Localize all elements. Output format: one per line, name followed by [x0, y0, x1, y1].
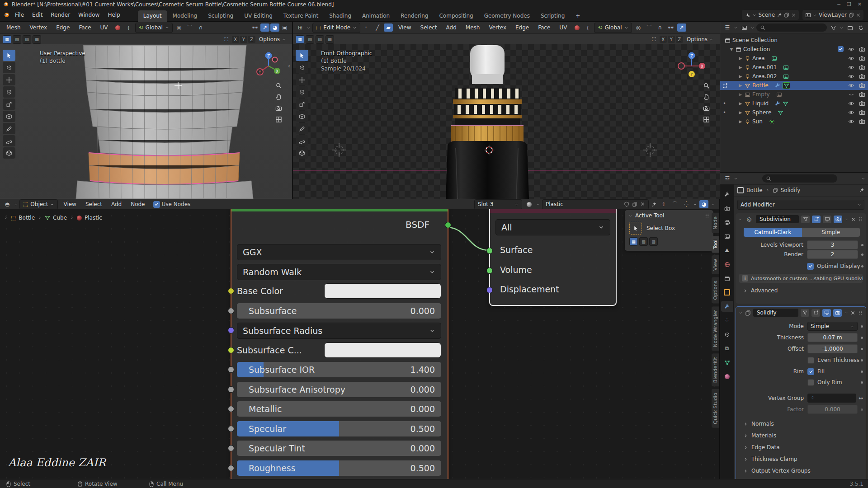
menu-edge[interactable]: Edge: [52, 23, 73, 32]
thickness-field[interactable]: 0.07 m: [807, 333, 858, 342]
transform-orientation-select[interactable]: ⟲Global: [135, 23, 173, 33]
outliner-row-sphere[interactable]: • ▶ Sphere: [720, 108, 868, 117]
collection-row[interactable]: ▼ Collection: [720, 45, 868, 54]
transform-orientation-select[interactable]: ⟲Global: [594, 23, 632, 33]
thickness-clamp-panel-toggle[interactable]: Thickness Clamp: [743, 456, 797, 462]
eye-icon[interactable]: [848, 64, 854, 70]
menu-uv[interactable]: UV: [97, 23, 112, 32]
tab-collection-icon[interactable]: [721, 273, 733, 284]
gizmos-toggle-icon[interactable]: ↗: [260, 23, 269, 32]
outliner-row-liquid[interactable]: • ▶ Liquid: [720, 99, 868, 108]
copy-icon[interactable]: [784, 12, 789, 18]
normals-panel-toggle[interactable]: Normals: [743, 421, 774, 427]
animate-dot[interactable]: [861, 337, 863, 339]
eye-closed-icon[interactable]: [848, 91, 854, 98]
subsurface-row[interactable]: Subsurface0.000: [237, 303, 441, 319]
measure-tool[interactable]: [296, 135, 308, 146]
display-mode-icon[interactable]: ☰: [723, 23, 732, 32]
panel-collapse-chevron[interactable]: [738, 217, 742, 221]
move-tool[interactable]: [296, 74, 308, 85]
displacement-input-socket[interactable]: [486, 287, 493, 293]
pin-icon[interactable]: [777, 12, 782, 18]
show-gizmo-icon[interactable]: 👓: [250, 23, 259, 32]
proportional-edit-icon[interactable]: ⦅: [124, 23, 133, 32]
menu-face[interactable]: Face: [534, 23, 554, 32]
materials-panel-toggle[interactable]: Materials: [743, 432, 776, 439]
subsurface-color-row[interactable]: Subsurface C...: [237, 343, 441, 358]
subsurface-color-socket[interactable]: [228, 347, 234, 353]
extras-chevron[interactable]: [844, 311, 848, 315]
proportional-edit-icon[interactable]: ⦅: [583, 23, 592, 32]
proportional-falloff-icon[interactable]: ∩: [656, 23, 665, 32]
optimal-display-checkbox[interactable]: [807, 263, 814, 270]
mirror-x-button[interactable]: X: [660, 36, 667, 43]
outliner-row-empty[interactable]: ▶ Empty: [720, 90, 868, 99]
edge-select-mode-icon[interactable]: ╱: [373, 23, 382, 32]
add-cube-tool[interactable]: [3, 147, 15, 159]
transform-tool[interactable]: [3, 111, 15, 122]
metallic-socket[interactable]: [228, 406, 234, 412]
subsurface-method-select[interactable]: Random Walk: [237, 264, 441, 280]
tab-material-icon[interactable]: [721, 371, 733, 382]
xray-toggle-icon[interactable]: ▣: [280, 23, 289, 32]
outliner-row-area001[interactable]: ▶ Area.001: [720, 63, 868, 72]
editor-type-icon[interactable]: ⊞: [296, 23, 305, 32]
shading-sphere-icon[interactable]: [113, 23, 123, 32]
menu-face[interactable]: Face: [75, 23, 94, 32]
select-mode-intersect[interactable]: ▩: [326, 35, 334, 44]
metallic-row[interactable]: Metallic0.000: [237, 401, 441, 417]
mode-select[interactable]: ⬚ Edit Mode: [312, 23, 360, 33]
workspace-tab-uv-editing[interactable]: UV Editing: [239, 10, 278, 22]
ortho-grid-icon[interactable]: [703, 116, 710, 123]
material-name-field[interactable]: Plastic: [542, 199, 649, 210]
workspace-tab-compositing[interactable]: Compositing: [434, 10, 478, 22]
output-vertex-groups-panel-toggle[interactable]: Output Vertex Groups: [743, 468, 811, 474]
subsurface-color-swatch[interactable]: [324, 343, 441, 358]
outliner-filter-type-icon[interactable]: [740, 23, 749, 32]
surface-input-socket[interactable]: [486, 248, 493, 254]
only-rim-checkbox[interactable]: [807, 379, 814, 386]
subsurface-anisotropy-row[interactable]: Subsurface Anisotropy0.000: [237, 382, 441, 397]
cursor-tool[interactable]: [296, 62, 308, 73]
menu-view[interactable]: View: [60, 200, 80, 209]
select-mode-extend[interactable]: ▧: [306, 35, 314, 44]
tab-blenderkit[interactable]: BlenderKit: [712, 353, 719, 386]
tab-data-icon[interactable]: [721, 357, 733, 368]
pivot-point-icon[interactable]: ◎: [175, 23, 184, 32]
tab-quick-studio[interactable]: Quick Studio: [712, 389, 719, 428]
new-collection-icon[interactable]: [845, 23, 854, 32]
sidebar-collapse-arrow[interactable]: ‹: [288, 62, 290, 69]
animate-dot[interactable]: [861, 265, 863, 267]
outliner-row-bottle[interactable]: ▶ Bottle: [720, 81, 868, 90]
menu-window[interactable]: Window: [74, 10, 104, 20]
animate-dot[interactable]: [861, 371, 863, 373]
properties-search-input[interactable]: [762, 174, 837, 183]
tab-node[interactable]: Node: [712, 213, 719, 233]
select-mode-subtract[interactable]: ▨: [23, 35, 31, 44]
mirror-y-button[interactable]: Y: [240, 36, 247, 43]
view-layer-selector[interactable]: ViewLayer: [802, 10, 863, 20]
mirror-y-button[interactable]: Y: [668, 36, 675, 43]
rim-fill-checkbox[interactable]: [807, 368, 814, 375]
subsurface-anisotropy-socket[interactable]: [228, 386, 234, 393]
navigation-gizmo[interactable]: Z X Y: [677, 51, 706, 80]
snap-magnet-icon[interactable]: ⌒: [670, 200, 679, 208]
tab-world-icon[interactable]: [721, 259, 733, 270]
eye-icon[interactable]: [848, 46, 854, 52]
select-mode-new[interactable]: ▦: [3, 35, 11, 44]
select-mode-intersect[interactable]: ▩: [33, 35, 41, 44]
edge-data-panel-toggle[interactable]: Edge Data: [743, 444, 780, 450]
subsurface-radius-select[interactable]: Subsurface Radius: [237, 323, 441, 339]
realtime-display-toggle[interactable]: [822, 309, 831, 317]
tool-mode-new[interactable]: ▦: [629, 237, 638, 246]
specular-tint-row[interactable]: Specular Tint0.000: [237, 441, 441, 456]
editor-type-icon[interactable]: ◓: [3, 200, 12, 208]
viewport-left-canvas[interactable]: User Perspective (1) Bottle Z Y X: [0, 44, 292, 199]
shader-type-select[interactable]: ⬚Object: [19, 199, 58, 210]
properties-options-chevron[interactable]: [861, 177, 865, 181]
annotate-tool[interactable]: [296, 123, 308, 134]
menu-render[interactable]: Render: [47, 10, 74, 20]
drag-dots-icon[interactable]: [704, 213, 710, 218]
specular-tint-socket[interactable]: [228, 445, 234, 451]
drag-dots-icon[interactable]: [858, 310, 863, 315]
